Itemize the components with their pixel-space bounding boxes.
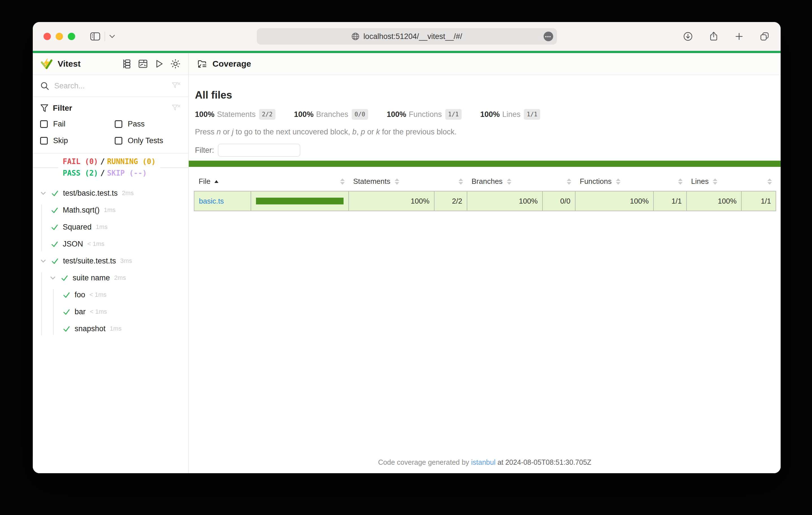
footer-timestamp: at 2024-08-05T08:51:30.705Z: [496, 458, 591, 466]
column-header-branches[interactable]: Branches: [467, 172, 543, 191]
sort-arrows-icon[interactable]: [395, 178, 399, 185]
sort-arrows-icon[interactable]: [459, 178, 463, 185]
search-input[interactable]: [54, 82, 166, 90]
test-case-row[interactable]: Math.sqrt() 1ms: [33, 202, 188, 218]
downloads-icon[interactable]: [683, 31, 693, 41]
sort-arrows-icon[interactable]: [616, 178, 620, 185]
column-header-statements[interactable]: Statements: [349, 172, 434, 191]
test-file-row[interactable]: test/suite.test.ts 3ms: [33, 252, 188, 269]
sort-arrows-icon[interactable]: [567, 178, 571, 185]
branches-summary: 100%Branches0/0: [294, 109, 368, 120]
test-case-row[interactable]: JSON < 1ms: [33, 236, 188, 252]
test-case-row[interactable]: foo < 1ms: [33, 286, 188, 303]
filter-checkbox-pass[interactable]: Pass: [115, 120, 181, 128]
column-header-functions-raw[interactable]: [654, 172, 687, 191]
test-case-row[interactable]: bar < 1ms: [33, 303, 188, 320]
test-duration: 1ms: [96, 223, 108, 231]
column-header-branches-raw[interactable]: [543, 172, 575, 191]
page-accent-line: [33, 51, 781, 53]
sort-arrows-icon[interactable]: [713, 178, 717, 185]
share-icon[interactable]: [708, 31, 719, 42]
close-window-button[interactable]: [44, 33, 51, 40]
fraction-badge: 1/1: [524, 109, 540, 120]
column-header-lines[interactable]: Lines: [687, 172, 742, 191]
tree-guide-line: [53, 289, 54, 335]
test-case-row[interactable]: snapshot 1ms: [33, 320, 188, 337]
chevron-down-icon[interactable]: [39, 189, 47, 197]
filter-checkbox-skip[interactable]: Skip: [40, 137, 115, 145]
lines-summary: 100%Lines1/1: [480, 109, 541, 120]
filter-checkbox-fail[interactable]: Fail: [40, 120, 115, 128]
checkbox-icon[interactable]: [115, 120, 122, 128]
run-all-icon[interactable]: [154, 59, 164, 69]
test-suite-row[interactable]: suite name 2ms: [33, 269, 188, 286]
theme-toggle-sun-icon[interactable]: [170, 58, 181, 69]
test-explorer-tree: test/basic.test.ts 2ms Math.sqrt() 1ms S…: [33, 181, 188, 473]
test-duration: < 1ms: [90, 308, 107, 315]
tree-view-icon[interactable]: [121, 59, 132, 69]
sort-arrows-icon[interactable]: [678, 178, 683, 185]
filter-checkbox-only-tests[interactable]: Only Tests: [115, 137, 181, 145]
sidebar-header: Vitest: [33, 53, 188, 75]
address-bar[interactable]: localhost:51204/__vitest__/#/ •••: [257, 28, 557, 44]
test-duration: < 1ms: [87, 240, 105, 248]
sidebar-toggle-icon[interactable]: [90, 32, 100, 41]
new-tab-icon[interactable]: [734, 32, 744, 41]
tree-guide-line: [41, 272, 42, 335]
column-header-file[interactable]: File: [194, 172, 251, 191]
test-file-row[interactable]: test/basic.test.ts 2ms: [33, 185, 188, 202]
coverage-summary: 100%Statements2/2 100%Branches0/0 100%Fu…: [195, 109, 774, 120]
chevron-down-icon[interactable]: [49, 274, 57, 281]
functions-pct-cell: 100%: [575, 191, 654, 211]
checkbox-icon[interactable]: [40, 120, 48, 128]
test-duration: 3ms: [120, 257, 132, 265]
summary-divider: /: [98, 157, 107, 166]
test-duration: 1ms: [104, 206, 116, 214]
test-label: snapshot: [75, 325, 106, 333]
checkbox-icon[interactable]: [40, 137, 48, 145]
summary-divider: /: [98, 169, 107, 177]
summary-line-2: PASS (2)/SKIP (--): [63, 168, 156, 179]
column-header-lines-raw[interactable]: [742, 172, 776, 191]
sort-arrows-icon[interactable]: [507, 178, 512, 185]
sort-ascending-icon: [214, 180, 219, 183]
test-case-row[interactable]: Squared 1ms: [33, 218, 188, 236]
pass-check-icon: [51, 189, 59, 197]
browser-toolbar: localhost:51204/__vitest__/#/ •••: [33, 22, 781, 51]
pass-check-icon: [61, 274, 68, 282]
running-count: RUNNING (0): [107, 157, 156, 166]
checkbox-icon[interactable]: [115, 137, 122, 145]
test-duration: 2ms: [122, 189, 134, 197]
tab-group-chevron-icon[interactable]: [109, 34, 115, 38]
dashboard-icon[interactable]: [138, 59, 148, 69]
column-header-functions[interactable]: Functions: [575, 172, 654, 191]
fraction-badge: 1/1: [445, 109, 462, 120]
checkbox-label: Skip: [53, 137, 68, 145]
column-header-chart[interactable]: [251, 172, 349, 191]
sort-arrows-icon[interactable]: [767, 178, 772, 185]
chevron-down-icon[interactable]: [39, 257, 47, 265]
coverage-bar-cell: [251, 191, 349, 211]
clear-search-filter-icon[interactable]: [171, 81, 181, 91]
file-link[interactable]: basic.ts: [199, 197, 224, 205]
clear-filter-icon[interactable]: [171, 103, 181, 113]
file-filter-input[interactable]: [218, 144, 300, 157]
sort-arrows-icon[interactable]: [340, 178, 345, 185]
minimize-window-button[interactable]: [56, 33, 63, 40]
coverage-table: File Statements Branches Functions Lines: [194, 172, 776, 211]
summary-line-1: FAIL (0)/RUNNING (0): [63, 156, 156, 168]
search-bar: [33, 75, 188, 97]
zoom-window-button[interactable]: [68, 33, 75, 40]
statements-raw-cell: 2/2: [434, 191, 467, 211]
test-label: Squared: [63, 223, 91, 232]
tab-overview-icon[interactable]: [759, 31, 770, 42]
test-label: foo: [75, 291, 85, 299]
column-header-statements-raw[interactable]: [434, 172, 467, 191]
test-summary: FAIL (0)/RUNNING (0) PASS (2)/SKIP (--): [33, 154, 188, 181]
istanbul-link[interactable]: istanbul: [471, 458, 496, 466]
checkbox-label: Fail: [53, 120, 65, 128]
globe-icon: [351, 32, 360, 41]
app-title: Vitest: [58, 59, 81, 69]
statements-pct-cell: 100%: [349, 191, 434, 211]
page-options-button[interactable]: •••: [544, 32, 553, 41]
